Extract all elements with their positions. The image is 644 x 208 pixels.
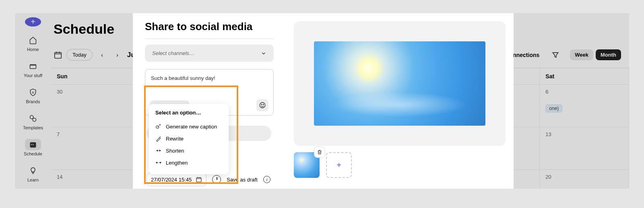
day-header-sat: Sat bbox=[540, 68, 629, 85]
datetime-picker[interactable]: 27/07/2024 15:45 bbox=[147, 173, 206, 186]
calendar-cell[interactable]: 14 bbox=[51, 170, 140, 189]
sparkle-icon bbox=[155, 123, 162, 130]
nav-home[interactable]: Home bbox=[25, 35, 41, 52]
today-button[interactable]: Today bbox=[66, 49, 93, 61]
nav-your-stuff[interactable]: Your stuff bbox=[24, 61, 42, 78]
prev-button[interactable]: ‹ bbox=[97, 49, 108, 61]
templates-icon bbox=[29, 114, 37, 122]
home-icon bbox=[29, 36, 37, 44]
trash-icon bbox=[317, 149, 322, 155]
view-toggle: Week Month bbox=[570, 49, 621, 60]
chevron-down-icon bbox=[261, 51, 266, 56]
clock-icon[interactable] bbox=[212, 175, 221, 184]
dropdown-item-generate-new[interactable]: Generate new caption bbox=[155, 120, 222, 133]
select-channels-dropdown[interactable]: Select channels… bbox=[145, 45, 274, 62]
nav-label: Learn bbox=[27, 177, 39, 182]
calendar-cell[interactable]: 20 bbox=[540, 170, 629, 189]
nav-label: Templates bbox=[23, 125, 43, 130]
save-draft-button[interactable]: Save as draft bbox=[227, 177, 258, 183]
svg-point-9 bbox=[261, 104, 262, 105]
lengthen-icon bbox=[155, 159, 162, 166]
svg-point-2 bbox=[30, 116, 33, 119]
svg-rect-6 bbox=[33, 144, 34, 145]
bulb-icon bbox=[29, 167, 37, 175]
generate-dropdown: Select an option… Generate new caption R… bbox=[149, 104, 229, 174]
svg-rect-12 bbox=[196, 177, 201, 182]
dropdown-item-lengthen[interactable]: Lengthen bbox=[155, 157, 222, 169]
modal-title: Share to social media bbox=[145, 20, 274, 33]
thumbnails-row: + bbox=[294, 152, 506, 178]
nav-templates[interactable]: Templates bbox=[23, 113, 43, 130]
nav-label: Home bbox=[27, 47, 39, 52]
add-thumbnail-button[interactable]: + bbox=[326, 152, 352, 178]
filter-icon[interactable] bbox=[551, 51, 559, 59]
calendar-icon[interactable] bbox=[54, 51, 62, 59]
svg-point-8 bbox=[260, 102, 265, 108]
add-button[interactable]: + bbox=[25, 17, 41, 27]
nav-learn[interactable]: Learn bbox=[25, 165, 41, 182]
dropdown-item-shorten[interactable]: Shorten bbox=[155, 145, 222, 157]
svg-point-10 bbox=[263, 104, 264, 105]
dropdown-title: Select an option… bbox=[155, 110, 222, 116]
datetime-row: 27/07/2024 15:45 Save as draft i bbox=[147, 173, 271, 186]
calendar-cell[interactable]: 6 one) bbox=[540, 85, 629, 127]
folder-icon bbox=[29, 62, 37, 70]
thumbnail-image[interactable] bbox=[294, 152, 320, 178]
svg-rect-5 bbox=[31, 144, 32, 145]
preview-card bbox=[294, 21, 506, 146]
nav-schedule[interactable]: Schedule bbox=[24, 139, 42, 156]
preview-image bbox=[314, 41, 485, 126]
calendar-cell[interactable]: 30 bbox=[51, 85, 140, 127]
svg-rect-7 bbox=[55, 52, 62, 58]
caption-text: Such a beautiful sunny day! bbox=[151, 75, 268, 81]
emoji-button[interactable] bbox=[256, 99, 268, 111]
emoji-icon bbox=[259, 102, 266, 109]
info-icon[interactable]: i bbox=[263, 176, 270, 183]
calendar-icon bbox=[29, 141, 37, 149]
nav-label: Your stuff bbox=[24, 73, 42, 78]
wand-icon bbox=[155, 135, 162, 142]
calendar-cell[interactable]: 7 bbox=[51, 127, 140, 170]
share-modal: Share to social media Select channels… S… bbox=[133, 13, 514, 189]
nav-label: Brands bbox=[26, 99, 40, 104]
day-header-sun: Sun bbox=[51, 68, 140, 85]
nav-brands[interactable]: B Brands bbox=[25, 87, 41, 104]
sidebar: + Home Your stuff B Brands Templates Sch… bbox=[15, 13, 51, 189]
month-view-button[interactable]: Month bbox=[596, 49, 621, 60]
svg-point-3 bbox=[33, 118, 36, 121]
next-button[interactable]: › bbox=[112, 49, 123, 61]
shield-icon: B bbox=[29, 88, 37, 96]
event-tag[interactable]: one) bbox=[545, 104, 562, 112]
svg-point-11 bbox=[156, 126, 159, 128]
svg-text:B: B bbox=[32, 91, 34, 94]
dropdown-item-rewrite[interactable]: Rewrite bbox=[155, 133, 222, 145]
nav-label: Schedule bbox=[24, 151, 42, 156]
shorten-icon bbox=[155, 147, 162, 154]
calendar-cell[interactable]: 13 bbox=[540, 127, 629, 170]
week-view-button[interactable]: Week bbox=[570, 49, 593, 60]
calendar-icon bbox=[196, 176, 202, 183]
delete-thumbnail-button[interactable] bbox=[314, 147, 325, 158]
